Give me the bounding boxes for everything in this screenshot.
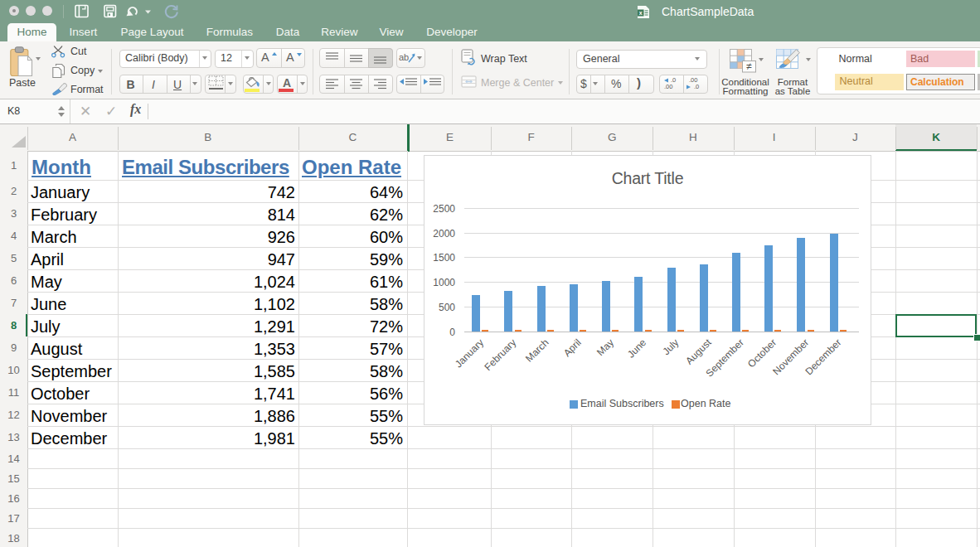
svg-text:March: March	[523, 336, 551, 364]
svg-text:April: April	[561, 336, 584, 359]
svg-text:August: August	[683, 336, 714, 367]
svg-text:≠: ≠	[746, 61, 752, 72]
svg-text:December: December	[803, 336, 843, 377]
svg-text:.00: .00	[664, 83, 672, 90]
svg-text:x: x	[639, 10, 643, 16]
svg-text:ab: ab	[399, 52, 409, 62]
svg-text:July: July	[660, 336, 681, 357]
svg-text:May: May	[594, 336, 616, 358]
svg-text:January: January	[453, 336, 486, 370]
svg-text:June: June	[625, 336, 649, 361]
svg-text:.0: .0	[694, 83, 699, 90]
svg-text:February: February	[482, 336, 518, 373]
